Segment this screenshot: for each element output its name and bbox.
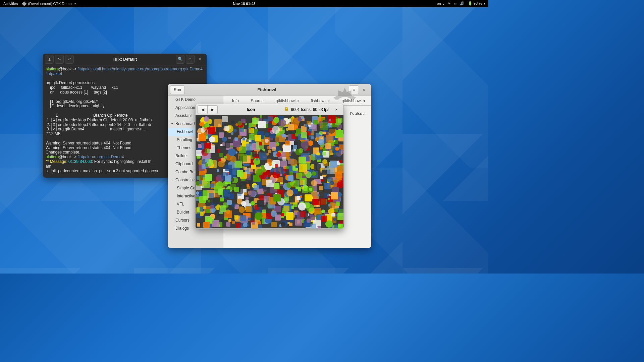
sidebar-item-label: Constraints	[175, 178, 196, 182]
fishbowl-window: ◀ ▶ Icon 6601 Icons, 60.23 fps ×	[195, 104, 344, 229]
sidebar-item-label: Simple Co	[177, 186, 195, 190]
hamburger-menu-button[interactable]: ≡	[349, 85, 359, 94]
sidebar-item-label: VFL	[177, 202, 184, 206]
close-button[interactable]: ×	[359, 85, 369, 94]
chevron-down-icon: ▾	[74, 2, 76, 5]
new-session-button[interactable]: ◫	[45, 55, 54, 64]
close-button[interactable]: ×	[196, 55, 205, 64]
sidebar-item-label: Builder	[177, 210, 189, 215]
gtkdemo-title: Fishbowl	[185, 87, 349, 92]
hamburger-menu-button[interactable]: ≡	[186, 55, 195, 64]
volume-icon[interactable]: 🔊	[460, 1, 465, 6]
sidebar-item-label: Interactive	[177, 194, 195, 198]
sidebar-item-label: Dialogs	[175, 226, 189, 231]
sidebar-item-label: Assistant	[175, 113, 192, 118]
fishbowl-headerbar: ◀ ▶ Icon 6601 Icons, 60.23 fps ×	[196, 104, 343, 115]
app-menu-label: (Development) GTK Demo	[28, 2, 71, 6]
search-button[interactable]: 🔍	[176, 55, 184, 64]
sidebar-item-label: Builder	[175, 154, 188, 158]
brightness-icon[interactable]: ☀	[447, 1, 451, 6]
sidebar-item[interactable]: GTK Demo	[168, 96, 223, 104]
sidebar-item-label: Scrolling	[177, 137, 192, 142]
sidebar-item-label: Cursors	[175, 218, 190, 223]
disclosure-triangle-icon[interactable]: ▾	[171, 179, 174, 182]
sidebar-item-label: Clipboard	[175, 162, 193, 166]
sidebar-item-label: Fishbowl	[177, 129, 193, 134]
next-button[interactable]: ▶	[208, 105, 218, 114]
prev-button[interactable]: ◀	[198, 105, 208, 114]
fishbowl-stats: 6601 Icons, 60.23 fps	[291, 107, 329, 112]
fishbowl-title: Icon	[220, 107, 282, 112]
wifi-icon[interactable]: ⎋	[454, 2, 457, 6]
input-language[interactable]: en ▾	[437, 2, 444, 6]
app-menu[interactable]: (Development) GTK Demo ▾	[22, 2, 75, 6]
run-button[interactable]: Run	[170, 85, 185, 94]
tilix-headerbar: ◫ ⤡ ⤢ Tilix: Default 🔍 ≡ ×	[43, 54, 207, 65]
lock-icon[interactable]	[284, 107, 289, 112]
clock[interactable]: Nov 18 01:43	[233, 2, 255, 6]
battery-indicator[interactable]: 🔋 98 % ▾	[468, 1, 485, 6]
sidebar-item-label: Themes	[177, 145, 191, 150]
close-button[interactable]: ×	[331, 105, 341, 114]
app-icon	[22, 1, 26, 6]
activities-button[interactable]: Activities	[3, 2, 18, 6]
new-terminal-down-button[interactable]: ⤢	[65, 55, 74, 64]
sidebar-item-label: GTK Demo	[175, 97, 196, 102]
tilix-title: Tilix: Default	[75, 57, 174, 62]
new-terminal-right-button[interactable]: ⤡	[55, 55, 64, 64]
gtkdemo-headerbar: Run Fishbowl ≡ ×	[168, 84, 371, 96]
gnome-top-bar: Activities (Development) GTK Demo ▾ Nov …	[0, 0, 488, 7]
fishbowl-canvas	[196, 115, 343, 228]
sidebar-item-label: Benchmark	[175, 121, 196, 126]
disclosure-triangle-icon[interactable]: ▾	[171, 122, 174, 125]
